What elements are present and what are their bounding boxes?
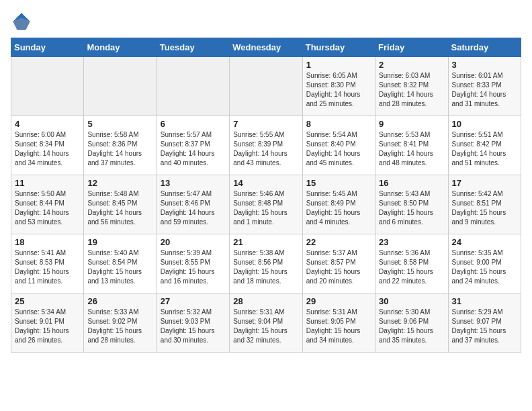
calendar-cell-1-5: 1Sunrise: 6:05 AM Sunset: 8:30 PM Daylig… <box>302 57 375 116</box>
day-info: Sunrise: 5:35 AM Sunset: 9:00 PM Dayligh… <box>452 248 517 286</box>
calendar-cell-3-3: 13Sunrise: 5:47 AM Sunset: 8:46 PM Dayli… <box>157 175 229 234</box>
day-number: 21 <box>233 237 298 247</box>
calendar-header-friday: Friday <box>375 38 448 57</box>
day-number: 29 <box>306 296 371 306</box>
day-number: 28 <box>233 296 298 306</box>
day-number: 14 <box>233 178 298 188</box>
calendar-cell-1-3 <box>157 57 229 116</box>
calendar-cell-4-1: 18Sunrise: 5:41 AM Sunset: 8:53 PM Dayli… <box>11 234 84 293</box>
day-info: Sunrise: 5:53 AM Sunset: 8:41 PM Dayligh… <box>379 130 444 168</box>
day-info: Sunrise: 5:51 AM Sunset: 8:42 PM Dayligh… <box>452 130 517 168</box>
day-number: 5 <box>87 119 152 129</box>
day-info: Sunrise: 6:03 AM Sunset: 8:32 PM Dayligh… <box>379 71 444 109</box>
calendar-cell-5-1: 25Sunrise: 5:34 AM Sunset: 9:01 PM Dayli… <box>11 293 84 353</box>
calendar-cell-4-5: 22Sunrise: 5:37 AM Sunset: 8:57 PM Dayli… <box>302 234 375 293</box>
day-number: 8 <box>306 119 371 129</box>
calendar-cell-1-6: 2Sunrise: 6:03 AM Sunset: 8:32 PM Daylig… <box>375 57 448 116</box>
day-info: Sunrise: 5:47 AM Sunset: 8:46 PM Dayligh… <box>161 189 226 227</box>
day-info: Sunrise: 5:58 AM Sunset: 8:36 PM Dayligh… <box>87 130 152 168</box>
day-info: Sunrise: 5:48 AM Sunset: 8:45 PM Dayligh… <box>87 189 152 227</box>
calendar-header-wednesday: Wednesday <box>230 38 302 57</box>
day-info: Sunrise: 5:50 AM Sunset: 8:44 PM Dayligh… <box>15 189 80 227</box>
calendar-cell-5-2: 26Sunrise: 5:33 AM Sunset: 9:02 PM Dayli… <box>84 293 157 353</box>
day-number: 23 <box>379 237 444 247</box>
day-info: Sunrise: 5:33 AM Sunset: 9:02 PM Dayligh… <box>87 308 152 345</box>
calendar-cell-2-4: 7Sunrise: 5:55 AM Sunset: 8:39 PM Daylig… <box>230 116 302 175</box>
calendar-header-thursday: Thursday <box>302 38 375 57</box>
calendar-cell-2-1: 4Sunrise: 6:00 AM Sunset: 8:34 PM Daylig… <box>11 116 84 175</box>
day-number: 4 <box>15 119 80 129</box>
calendar-cell-4-6: 23Sunrise: 5:36 AM Sunset: 8:58 PM Dayli… <box>375 234 448 293</box>
calendar-cell-3-2: 12Sunrise: 5:48 AM Sunset: 8:45 PM Dayli… <box>84 175 157 234</box>
header <box>11 11 521 32</box>
day-number: 15 <box>306 178 371 188</box>
page: SundayMondayTuesdayWednesdayThursdayFrid… <box>0 0 532 363</box>
calendar-header-tuesday: Tuesday <box>157 38 229 57</box>
calendar-week-1: 1Sunrise: 6:05 AM Sunset: 8:30 PM Daylig… <box>11 57 521 116</box>
day-number: 2 <box>379 60 444 70</box>
day-info: Sunrise: 5:37 AM Sunset: 8:57 PM Dayligh… <box>306 248 371 286</box>
calendar-table: SundayMondayTuesdayWednesdayThursdayFrid… <box>11 38 521 353</box>
calendar-header-row: SundayMondayTuesdayWednesdayThursdayFrid… <box>11 38 521 57</box>
day-info: Sunrise: 5:34 AM Sunset: 9:01 PM Dayligh… <box>15 308 80 345</box>
day-number: 30 <box>379 296 444 306</box>
day-number: 26 <box>87 296 152 306</box>
calendar-cell-4-4: 21Sunrise: 5:38 AM Sunset: 8:56 PM Dayli… <box>230 234 302 293</box>
day-number: 16 <box>379 178 444 188</box>
day-info: Sunrise: 5:31 AM Sunset: 9:05 PM Dayligh… <box>306 308 371 345</box>
calendar-cell-3-5: 15Sunrise: 5:45 AM Sunset: 8:49 PM Dayli… <box>302 175 375 234</box>
calendar-cell-4-2: 19Sunrise: 5:40 AM Sunset: 8:54 PM Dayli… <box>84 234 157 293</box>
calendar-week-5: 25Sunrise: 5:34 AM Sunset: 9:01 PM Dayli… <box>11 293 521 353</box>
day-info: Sunrise: 5:36 AM Sunset: 8:58 PM Dayligh… <box>379 248 444 286</box>
calendar-header-monday: Monday <box>84 38 157 57</box>
day-number: 19 <box>87 237 152 247</box>
calendar-cell-5-3: 27Sunrise: 5:32 AM Sunset: 9:03 PM Dayli… <box>157 293 229 353</box>
calendar-header-saturday: Saturday <box>448 38 521 57</box>
day-info: Sunrise: 6:01 AM Sunset: 8:33 PM Dayligh… <box>452 71 517 109</box>
day-info: Sunrise: 6:05 AM Sunset: 8:30 PM Dayligh… <box>306 71 371 109</box>
day-number: 12 <box>87 178 152 188</box>
day-info: Sunrise: 5:30 AM Sunset: 9:06 PM Dayligh… <box>379 308 444 345</box>
day-number: 9 <box>379 119 444 129</box>
day-info: Sunrise: 5:39 AM Sunset: 8:55 PM Dayligh… <box>161 248 226 286</box>
calendar-cell-2-7: 10Sunrise: 5:51 AM Sunset: 8:42 PM Dayli… <box>448 116 521 175</box>
day-info: Sunrise: 5:40 AM Sunset: 8:54 PM Dayligh… <box>87 248 152 286</box>
day-number: 27 <box>161 296 226 306</box>
calendar-cell-1-1 <box>11 57 84 116</box>
day-info: Sunrise: 5:42 AM Sunset: 8:51 PM Dayligh… <box>452 189 517 227</box>
day-number: 31 <box>452 296 517 306</box>
day-number: 7 <box>233 119 298 129</box>
day-number: 3 <box>452 60 517 70</box>
calendar-cell-5-4: 28Sunrise: 5:31 AM Sunset: 9:04 PM Dayli… <box>230 293 302 353</box>
calendar-cell-4-7: 24Sunrise: 5:35 AM Sunset: 9:00 PM Dayli… <box>448 234 521 293</box>
calendar-header-sunday: Sunday <box>11 38 84 57</box>
calendar-cell-3-4: 14Sunrise: 5:46 AM Sunset: 8:48 PM Dayli… <box>230 175 302 234</box>
calendar-cell-1-2 <box>84 57 157 116</box>
day-number: 13 <box>161 178 226 188</box>
calendar-cell-4-3: 20Sunrise: 5:39 AM Sunset: 8:55 PM Dayli… <box>157 234 229 293</box>
day-number: 22 <box>306 237 371 247</box>
day-info: Sunrise: 5:54 AM Sunset: 8:40 PM Dayligh… <box>306 130 371 168</box>
day-info: Sunrise: 5:45 AM Sunset: 8:49 PM Dayligh… <box>306 189 371 227</box>
day-info: Sunrise: 5:43 AM Sunset: 8:50 PM Dayligh… <box>379 189 444 227</box>
day-info: Sunrise: 5:55 AM Sunset: 8:39 PM Dayligh… <box>233 130 298 168</box>
calendar-cell-5-6: 30Sunrise: 5:30 AM Sunset: 9:06 PM Dayli… <box>375 293 448 353</box>
calendar-week-4: 18Sunrise: 5:41 AM Sunset: 8:53 PM Dayli… <box>11 234 521 293</box>
calendar-cell-5-5: 29Sunrise: 5:31 AM Sunset: 9:05 PM Dayli… <box>302 293 375 353</box>
day-number: 6 <box>161 119 226 129</box>
calendar-cell-5-7: 31Sunrise: 5:29 AM Sunset: 9:07 PM Dayli… <box>448 293 521 353</box>
day-number: 11 <box>15 178 80 188</box>
calendar-cell-3-1: 11Sunrise: 5:50 AM Sunset: 8:44 PM Dayli… <box>11 175 84 234</box>
day-number: 10 <box>452 119 517 129</box>
calendar-week-2: 4Sunrise: 6:00 AM Sunset: 8:34 PM Daylig… <box>11 116 521 175</box>
day-number: 24 <box>452 237 517 247</box>
day-number: 17 <box>452 178 517 188</box>
day-info: Sunrise: 5:29 AM Sunset: 9:07 PM Dayligh… <box>452 308 517 345</box>
day-info: Sunrise: 5:32 AM Sunset: 9:03 PM Dayligh… <box>161 308 226 345</box>
calendar-week-3: 11Sunrise: 5:50 AM Sunset: 8:44 PM Dayli… <box>11 175 521 234</box>
calendar-cell-1-7: 3Sunrise: 6:01 AM Sunset: 8:33 PM Daylig… <box>448 57 521 116</box>
calendar-cell-3-6: 16Sunrise: 5:43 AM Sunset: 8:50 PM Dayli… <box>375 175 448 234</box>
logo-icon <box>11 11 32 32</box>
day-info: Sunrise: 5:31 AM Sunset: 9:04 PM Dayligh… <box>233 308 298 345</box>
day-number: 18 <box>15 237 80 247</box>
